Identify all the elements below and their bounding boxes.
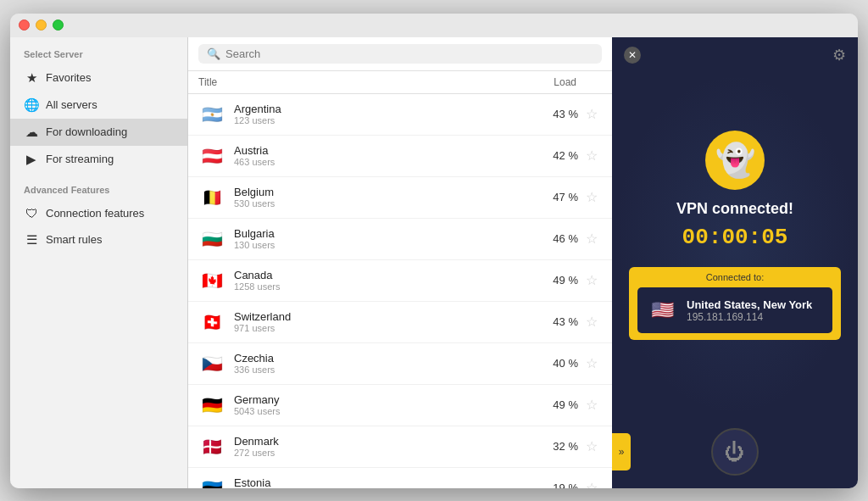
favorite-star-button[interactable]: ☆ <box>581 272 602 288</box>
favorite-star-button[interactable]: ☆ <box>581 438 602 454</box>
sidebar-item-connection-features[interactable]: 🛡 Connection features <box>10 200 187 226</box>
server-info: Estonia 55 users <box>234 476 531 488</box>
server-flag: 🇧🇪 <box>198 184 225 211</box>
sidebar-label-for-streaming: For streaming <box>46 153 114 165</box>
center-panel: 🔍 Title Load 🇦🇷 Argentina 123 users 43 %… <box>188 37 612 488</box>
server-name: Czechia <box>234 352 531 365</box>
sidebar-item-favorites[interactable]: ★ Favorites <box>10 64 187 92</box>
server-flag: 🇦🇹 <box>198 142 225 170</box>
server-users: 463 users <box>234 157 531 167</box>
server-load: 46 % <box>531 232 578 245</box>
sidebar-item-smart-rules[interactable]: ☰ Smart rules <box>10 226 187 253</box>
server-info: Bulgaria 130 users <box>234 227 531 250</box>
table-row[interactable]: 🇧🇬 Bulgaria 130 users 46 % ☆ <box>188 219 612 260</box>
table-row[interactable]: 🇪🇪 Estonia 55 users 19 % ☆ <box>188 468 612 488</box>
server-load: 49 % <box>531 398 578 411</box>
sidebar-item-all-servers[interactable]: 🌐 All servers <box>10 92 187 119</box>
sidebar-item-for-streaming[interactable]: ▶ For streaming <box>10 146 187 173</box>
server-load: 42 % <box>531 149 578 162</box>
server-users: 530 users <box>234 198 531 209</box>
favorite-star-button[interactable]: ☆ <box>581 355 602 371</box>
vpn-status-text: VPN connected! <box>676 200 793 218</box>
connected-country-flag: 🇺🇸 <box>646 294 678 326</box>
right-panel-footer: » ⏻ <box>612 415 858 488</box>
main-content: Select Server ★ Favorites 🌐 All servers … <box>10 37 858 488</box>
sidebar-item-for-downloading[interactable]: ☁ For downloading <box>10 119 187 146</box>
title-bar <box>10 14 858 37</box>
server-info: Canada 1258 users <box>234 269 531 292</box>
server-name: Belgium <box>234 186 531 198</box>
connected-to-box: Connected to: 🇺🇸 United States, New York… <box>629 267 841 340</box>
minimize-button[interactable] <box>36 19 47 31</box>
sidebar-label-all-servers: All servers <box>46 98 97 111</box>
connected-ip: 195.181.169.114 <box>687 311 812 323</box>
table-row[interactable]: 🇨🇦 Canada 1258 users 49 % ☆ <box>188 260 612 302</box>
server-load: 40 % <box>531 357 578 370</box>
globe-icon: 🌐 <box>24 97 39 113</box>
table-row[interactable]: 🇩🇪 Germany 5043 users 49 % ☆ <box>188 385 612 426</box>
favorite-star-button[interactable]: ☆ <box>581 189 602 205</box>
power-button[interactable]: ⏻ <box>711 428 759 476</box>
right-panel-header: ✕ ⚙ <box>612 37 858 73</box>
server-users: 971 users <box>234 323 531 333</box>
table-row[interactable]: 🇦🇷 Argentina 123 users 43 % ☆ <box>188 94 612 136</box>
sidebar-label-favorites: Favorites <box>46 71 91 84</box>
server-list: 🇦🇷 Argentina 123 users 43 % ☆ 🇦🇹 Austria… <box>188 94 612 488</box>
table-row[interactable]: 🇦🇹 Austria 463 users 42 % ☆ <box>188 136 612 177</box>
server-info: Switzerland 971 users <box>234 310 531 333</box>
cyberghost-logo: 👻 <box>705 131 765 190</box>
server-name: Argentina <box>234 103 531 115</box>
col-title-header: Title <box>198 76 534 88</box>
server-load: 43 % <box>531 108 578 120</box>
right-panel: ✕ ⚙ 👻 VPN connected! 00:00:05 Connected … <box>612 37 858 488</box>
shield-icon: 🛡 <box>24 206 39 220</box>
star-icon: ★ <box>24 70 39 86</box>
server-users: 1258 users <box>234 281 531 292</box>
maximize-button[interactable] <box>53 19 64 31</box>
vpn-timer: 00:00:05 <box>682 225 788 250</box>
sidebar-label-connection-features: Connection features <box>46 207 144 220</box>
expand-button[interactable]: » <box>612 433 631 470</box>
server-info: Argentina 123 users <box>234 103 531 125</box>
server-flag: 🇧🇬 <box>198 225 225 253</box>
favorite-star-button[interactable]: ☆ <box>581 314 602 330</box>
table-row[interactable]: 🇨🇭 Switzerland 971 users 43 % ☆ <box>188 302 612 343</box>
table-row[interactable]: 🇨🇿 Czechia 336 users 40 % ☆ <box>188 343 612 385</box>
col-load-header: Load <box>534 76 602 88</box>
server-users: 336 users <box>234 365 531 375</box>
server-name: Canada <box>234 269 531 281</box>
server-flag: 🇩🇰 <box>198 433 225 460</box>
server-flag: 🇪🇪 <box>198 475 225 488</box>
favorite-star-button[interactable]: ☆ <box>581 397 602 413</box>
server-users: 272 users <box>234 448 531 458</box>
connected-country-name: United States, New York <box>687 298 812 311</box>
server-flag: 🇩🇪 <box>198 392 225 419</box>
server-info: Czechia 336 users <box>234 352 531 375</box>
server-load: 32 % <box>531 440 578 453</box>
server-name: Germany <box>234 393 531 406</box>
close-button[interactable] <box>19 19 30 31</box>
favorite-star-button[interactable]: ☆ <box>581 480 602 488</box>
close-right-button[interactable]: ✕ <box>624 47 641 64</box>
search-bar: 🔍 <box>188 37 612 71</box>
favorite-star-button[interactable]: ☆ <box>581 106 602 122</box>
sidebar-section-advanced: Advanced Features <box>10 173 187 200</box>
download-icon: ☁ <box>24 125 39 140</box>
sidebar-label-for-downloading: For downloading <box>46 125 127 138</box>
search-input-wrap[interactable]: 🔍 <box>198 44 602 64</box>
table-row[interactable]: 🇧🇪 Belgium 530 users 47 % ☆ <box>188 177 612 219</box>
sidebar: Select Server ★ Favorites 🌐 All servers … <box>10 37 188 488</box>
gear-button[interactable]: ⚙ <box>832 46 846 64</box>
search-input[interactable] <box>225 47 593 60</box>
server-info: Denmark 272 users <box>234 435 531 458</box>
server-flag: 🇦🇷 <box>198 101 225 128</box>
server-users: 130 users <box>234 240 531 250</box>
favorite-star-button[interactable]: ☆ <box>581 148 602 164</box>
server-users: 5043 users <box>234 406 531 416</box>
server-info: Germany 5043 users <box>234 393 531 416</box>
ghost-icon: 👻 <box>715 142 755 179</box>
server-load: 47 % <box>531 191 578 203</box>
table-row[interactable]: 🇩🇰 Denmark 272 users 32 % ☆ <box>188 426 612 468</box>
server-load: 43 % <box>531 315 578 328</box>
favorite-star-button[interactable]: ☆ <box>581 231 602 247</box>
